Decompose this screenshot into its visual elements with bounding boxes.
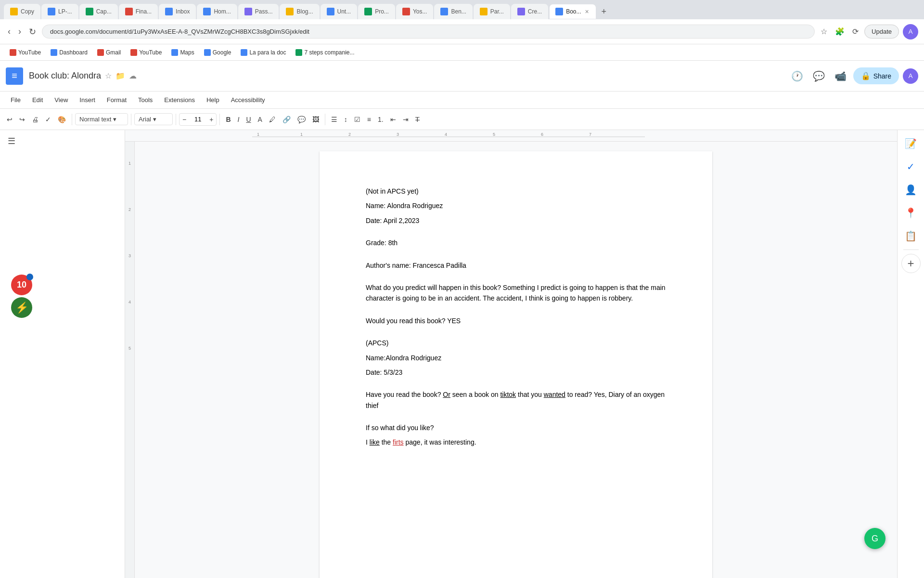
bookmark-7steps[interactable]: 7 steps companie... (292, 48, 358, 57)
redo-button[interactable]: ↪ (16, 114, 28, 125)
outline-toggle[interactable]: ☰ (0, 130, 125, 152)
right-panel-tasks-icon[interactable]: ✓ (903, 157, 919, 176)
link-button[interactable]: 🔗 (280, 114, 294, 125)
folder-icon[interactable]: 📁 (116, 71, 125, 80)
undo-button[interactable]: ↩ (4, 114, 15, 125)
notification-count-badge[interactable]: 10 (11, 275, 32, 295)
extension-icon[interactable]: 🧩 (833, 25, 847, 38)
font-size-decrease[interactable]: − (180, 114, 189, 125)
tab-ben[interactable]: Ben... (434, 4, 472, 19)
image-button[interactable]: 🖼 (309, 114, 322, 125)
bookmark-lapara[interactable]: La para la doc (237, 48, 290, 57)
cloud-icon[interactable]: ☁ (129, 71, 137, 80)
tab-par[interactable]: Par... (474, 4, 510, 19)
comment-add-button[interactable]: 💬 (295, 114, 308, 125)
tab-label-hom: Hom... (214, 8, 231, 15)
align-button[interactable]: ☰ (328, 114, 340, 125)
grammarly-button[interactable]: G (864, 528, 886, 549)
bold-button[interactable]: B (223, 114, 233, 125)
docs-main: ☰ 10 ⚡ 1 (0, 130, 924, 578)
bookmark-youtube[interactable]: YouTube (6, 48, 45, 57)
underline-button[interactable]: U (243, 114, 254, 125)
menu-file[interactable]: File (6, 93, 26, 106)
profile-sync-icon[interactable]: ⟳ (850, 25, 860, 38)
doc-area[interactable]: (Not in APCS yet) Name: Alondra Rodrigue… (135, 142, 897, 578)
numbered-list-button[interactable]: 1. (375, 114, 386, 125)
tab-fin[interactable]: Fina... (119, 4, 158, 19)
svg-text:5: 5 (493, 132, 495, 137)
tab-unt[interactable]: Unt... (321, 4, 358, 19)
bookmark-dashboard[interactable]: Dashboard (47, 48, 91, 57)
bullet-list-button[interactable]: ≡ (364, 114, 374, 125)
new-tab-button[interactable]: + (597, 5, 611, 18)
doc-text-line13-2: like (370, 438, 380, 446)
user-avatar[interactable]: A (903, 24, 918, 39)
line-spacing-button[interactable]: ↕ (341, 114, 350, 125)
spellcheck-button[interactable]: ✓ (42, 114, 54, 125)
back-button[interactable]: ‹ (6, 25, 13, 39)
menu-tools[interactable]: Tools (133, 93, 157, 106)
menu-insert[interactable]: Insert (75, 93, 100, 106)
right-panel-drive-icon[interactable]: 📋 (901, 226, 921, 246)
video-icon[interactable]: 📹 (832, 67, 849, 85)
right-panel-notes-icon[interactable]: 📝 (901, 134, 921, 153)
tab-blog[interactable]: Blog... (280, 4, 319, 19)
tab-inbox[interactable]: Inbox (159, 4, 196, 19)
toolbar-separator-3 (176, 114, 176, 125)
right-panel-add-button[interactable]: + (901, 254, 921, 273)
bookmark-gmail[interactable]: Gmail (93, 48, 125, 57)
style-select[interactable]: Normal text ▾ (75, 113, 128, 125)
menu-format[interactable]: Format (102, 93, 131, 106)
right-panel-contacts-icon[interactable]: 👤 (901, 180, 921, 199)
menu-view[interactable]: View (50, 93, 73, 106)
highlight-button[interactable]: 🖊 (266, 114, 279, 125)
text-color-button[interactable]: A (255, 114, 265, 125)
bookmark-youtube2[interactable]: YouTube (127, 48, 166, 57)
tab-pas[interactable]: Pass... (238, 4, 279, 19)
doc-line-2: Name: Alondra Rodriguez (366, 200, 666, 211)
share-button[interactable]: 🔒 Share (853, 67, 899, 84)
menu-bar: File Edit View Insert Format Tools Exten… (0, 92, 924, 109)
font-select[interactable]: Arial ▾ (134, 113, 173, 125)
menu-accessibility[interactable]: Accessibility (226, 93, 270, 106)
update-button[interactable]: Update (864, 25, 899, 39)
forward-button[interactable]: › (16, 25, 23, 39)
tab-hom[interactable]: Hom... (197, 4, 237, 19)
clear-format-button[interactable]: T̶ (412, 114, 423, 125)
bookmark-icon[interactable]: ☆ (819, 25, 829, 38)
menu-extensions[interactable]: Extensions (159, 93, 200, 106)
checklist-button[interactable]: ☑ (351, 114, 363, 125)
gdocs-app: ≡ Book club: Alondra ☆ 📁 ☁ 🕐 💬 📹 🔒 Share (0, 61, 924, 578)
bookmark-maps[interactable]: Maps (167, 48, 198, 57)
address-input[interactable] (42, 25, 815, 39)
tab-boo[interactable]: Boo... × (549, 4, 596, 19)
bookmark-google[interactable]: Google (200, 48, 235, 57)
outline-icon: ☰ (8, 136, 15, 146)
tab-lp[interactable]: LP-... (41, 4, 78, 19)
menu-edit[interactable]: Edit (27, 93, 48, 106)
increase-indent-button[interactable]: ⇥ (400, 114, 411, 125)
tab-cap[interactable]: Cap... (79, 4, 118, 19)
tab-cre[interactable]: Cre... (511, 4, 548, 19)
docs-user-avatar[interactable]: A (903, 68, 918, 84)
font-size-input[interactable] (189, 114, 206, 125)
decrease-indent-button[interactable]: ⇤ (387, 114, 399, 125)
bolt-badge[interactable]: ⚡ (11, 297, 32, 318)
document-page[interactable]: (Not in APCS yet) Name: Alondra Rodrigue… (320, 151, 712, 578)
doc-text-line9: Name:Alondra Rodriguez (366, 354, 441, 362)
tab-copy[interactable]: Copy (4, 4, 40, 19)
history-icon[interactable]: 🕐 (788, 67, 806, 85)
print-button[interactable]: 🖨 (29, 114, 41, 125)
tab-yos[interactable]: Yos... (396, 4, 434, 19)
italic-button[interactable]: I (235, 114, 243, 125)
tab-close-boo[interactable]: × (584, 7, 590, 16)
right-panel-maps-icon[interactable]: 📍 (901, 203, 921, 223)
paint-format-button[interactable]: 🎨 (55, 114, 69, 125)
tab-pro[interactable]: Pro... (358, 4, 395, 19)
menu-help[interactable]: Help (202, 93, 224, 106)
font-size-increase[interactable]: + (206, 114, 216, 125)
reload-button[interactable]: ↻ (27, 25, 38, 39)
ruler-mark-4: 4 (128, 300, 131, 346)
star-icon[interactable]: ☆ (105, 71, 112, 80)
comment-icon[interactable]: 💬 (810, 67, 828, 85)
